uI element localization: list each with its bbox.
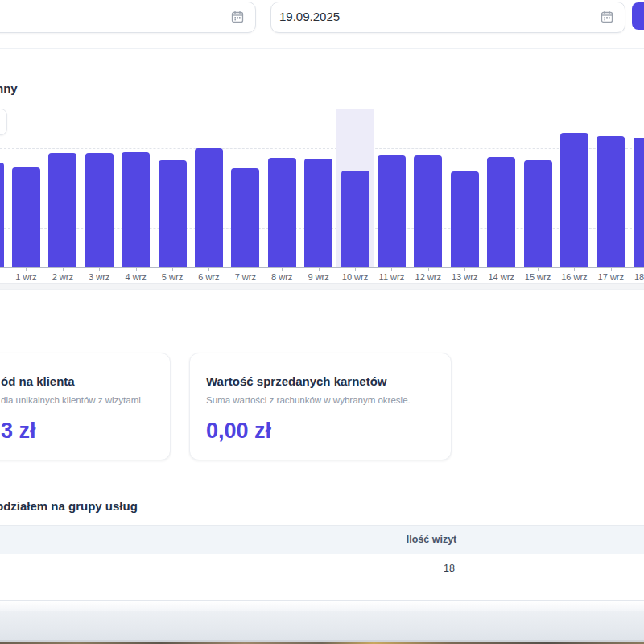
header-divider xyxy=(0,48,644,49)
card-revenue-per-client: ód na klienta dla unikalnych klientów z … xyxy=(0,353,171,460)
x-axis-tick xyxy=(611,268,612,271)
x-axis-label: 17 wrz xyxy=(587,272,635,282)
card-title: ód na klienta xyxy=(1,374,154,388)
card-title: Wartość sprzedanych karnetów xyxy=(206,374,435,388)
x-axis-label: 3 wrz xyxy=(75,272,123,282)
bar-18 wrz[interactable] xyxy=(634,138,644,267)
table-row: 18 xyxy=(0,554,644,600)
bar-13 wrz[interactable] xyxy=(451,171,479,267)
x-axis-label: 2 wrz xyxy=(39,272,87,282)
x-axis-tick xyxy=(282,268,283,271)
x-axis-tick xyxy=(391,268,392,271)
x-axis-tick xyxy=(172,268,173,271)
x-axis-tick xyxy=(99,268,100,271)
x-axis-tick xyxy=(208,268,209,271)
x-axis-label: 16 wrz xyxy=(550,272,598,282)
content-bottom-fade xyxy=(0,601,644,611)
bar-15 wrz[interactable] xyxy=(524,160,552,267)
x-axis-label: 12 wrz xyxy=(404,272,452,282)
calendar-icon[interactable] xyxy=(231,10,244,27)
bar-8 wrz[interactable] xyxy=(268,158,296,267)
table-header-row: Ilość wizyt xyxy=(0,525,644,555)
x-axis-tick xyxy=(574,268,575,271)
chart-legend-chip[interactable] xyxy=(0,109,7,135)
bar-3 wrz[interactable] xyxy=(85,153,114,267)
bar-1 wrz[interactable] xyxy=(12,167,40,267)
date-to-value: 19.09.2025 xyxy=(279,10,340,23)
bar-2 wrz[interactable] xyxy=(48,153,76,267)
x-axis-tick xyxy=(502,268,502,271)
bar-cut[interactable] xyxy=(0,163,4,267)
bar-6 wrz[interactable] xyxy=(195,148,223,267)
date-from-input[interactable] xyxy=(0,2,256,33)
x-axis-label: 18 wrz xyxy=(623,272,644,282)
x-axis-tick xyxy=(538,268,539,271)
column-header-visits-count[interactable]: Ilość wizyt xyxy=(351,534,512,545)
card-sold-passes-value: Wartość sprzedanych karnetów Suma wartoś… xyxy=(189,353,452,460)
x-axis-label: 7 wrz xyxy=(221,272,270,282)
bar-10 wrz[interactable] xyxy=(341,171,369,267)
bar-17 wrz[interactable] xyxy=(597,136,625,267)
bar-7 wrz[interactable] xyxy=(231,168,259,267)
x-axis-label: 14 wrz xyxy=(477,272,526,282)
apply-filter-button[interactable] xyxy=(632,2,644,30)
calendar-icon[interactable] xyxy=(601,10,613,27)
table-section-title: odziałem na grupy usług xyxy=(0,499,138,513)
x-axis-tick xyxy=(355,268,356,271)
bar-11 wrz[interactable] xyxy=(378,155,406,267)
x-axis-label: 1 wrz xyxy=(2,272,50,282)
x-axis-label: 11 wrz xyxy=(367,272,415,282)
bar-16 wrz[interactable] xyxy=(560,133,588,267)
x-axis-label: 4 wrz xyxy=(112,272,160,282)
x-axis-tick xyxy=(319,268,320,271)
bar-9 wrz[interactable] xyxy=(304,159,332,267)
chart-section-bottom-edge xyxy=(0,283,644,290)
cell-visits-count: 18 xyxy=(369,563,530,574)
bar-12 wrz[interactable] xyxy=(414,155,442,267)
x-axis-label: 9 wrz xyxy=(295,272,343,282)
bar-14 wrz[interactable] xyxy=(487,157,515,267)
x-axis-label: 5 wrz xyxy=(148,272,196,282)
chart-gridline xyxy=(0,148,644,149)
card-value: 3 zł xyxy=(1,419,154,444)
card-subtitle: Suma wartości z rachunków w wybranym okr… xyxy=(206,395,435,405)
chart-title: nny xyxy=(0,81,18,95)
x-axis-tick xyxy=(246,268,246,271)
bar-5 wrz[interactable] xyxy=(159,160,187,267)
card-value: 0,00 zł xyxy=(206,419,435,444)
x-axis-tick xyxy=(464,268,465,271)
x-axis-line xyxy=(0,267,644,268)
bar-4 wrz[interactable] xyxy=(122,152,150,267)
x-axis-label: 6 wrz xyxy=(184,272,233,282)
x-axis-tick xyxy=(136,268,137,271)
x-axis-tick xyxy=(26,268,27,271)
x-axis-label: 8 wrz xyxy=(258,272,306,282)
x-axis-label: 10 wrz xyxy=(331,272,379,282)
chart-gridline xyxy=(0,109,644,109)
window-bottom-band xyxy=(0,611,644,640)
card-subtitle: dla unikalnych klientów z wizytami. xyxy=(1,395,154,405)
dashboard-page: 19.09.2025 nny 1 wrz2 wrz3 wrz4 wrz5 wrz… xyxy=(0,0,644,644)
x-axis-label: 13 wrz xyxy=(440,272,489,282)
x-axis-tick xyxy=(63,268,64,271)
date-to-input[interactable]: 19.09.2025 xyxy=(270,2,625,33)
x-axis-tick xyxy=(428,268,429,271)
x-axis-label: 15 wrz xyxy=(514,272,562,282)
